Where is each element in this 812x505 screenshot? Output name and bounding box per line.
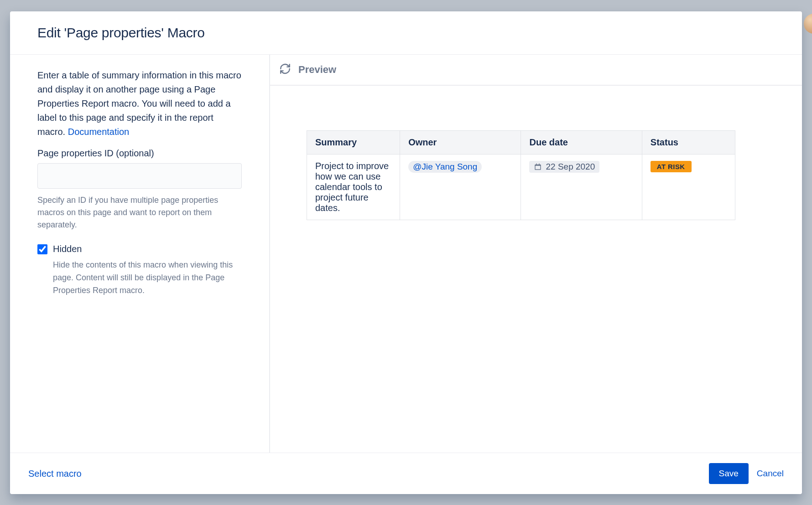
status-badge: AT RISK xyxy=(651,161,692,172)
preview-title: Preview xyxy=(298,64,336,76)
page-backdrop: Edit 'Page properties' Macro Enter a tab… xyxy=(0,0,812,505)
modal-title: Edit 'Page properties' Macro xyxy=(37,25,784,41)
select-macro-link[interactable]: Select macro xyxy=(28,469,82,479)
cell-owner: @Jie Yang Song xyxy=(400,155,521,220)
avatar xyxy=(804,14,812,34)
header-due: Due date xyxy=(521,131,642,155)
macro-description: Enter a table of summary information in … xyxy=(37,68,242,139)
svg-rect-3 xyxy=(539,164,540,165)
cell-status: AT RISK xyxy=(642,155,735,220)
preview-table: Summary Owner Due date Status Project to… xyxy=(307,130,735,220)
config-panel: Enter a table of summary information in … xyxy=(10,55,270,453)
preview-panel: Preview Summary Owner Due date Status xyxy=(270,55,802,453)
modal-body: Enter a table of summary information in … xyxy=(10,54,802,453)
header-status: Status xyxy=(642,131,735,155)
table-header-row: Summary Owner Due date Status xyxy=(307,131,735,155)
svg-rect-1 xyxy=(536,166,541,170)
preview-body: Summary Owner Due date Status Project to… xyxy=(270,86,802,453)
documentation-link[interactable]: Documentation xyxy=(68,127,130,137)
save-button[interactable]: Save xyxy=(709,463,749,484)
hidden-checkbox-row: Hidden xyxy=(37,244,242,254)
page-properties-id-input[interactable] xyxy=(37,163,242,189)
header-summary: Summary xyxy=(307,131,400,155)
cell-summary: Project to improve how we can use calend… xyxy=(307,155,400,220)
refresh-icon[interactable] xyxy=(279,63,291,77)
page-properties-id-help: Specify an ID if you have multiple page … xyxy=(37,194,242,231)
preview-header: Preview xyxy=(270,55,802,86)
hidden-help: Hide the contents of this macro when vie… xyxy=(53,259,242,297)
cell-due: 22 Sep 2020 xyxy=(521,155,642,220)
table-row: Project to improve how we can use calend… xyxy=(307,155,735,220)
modal-footer: Select macro Save Cancel xyxy=(10,453,802,494)
macro-edit-modal: Edit 'Page properties' Macro Enter a tab… xyxy=(10,11,802,494)
header-owner: Owner xyxy=(400,131,521,155)
calendar-icon xyxy=(534,163,542,171)
due-date-lozenge: 22 Sep 2020 xyxy=(529,161,599,173)
due-date-text: 22 Sep 2020 xyxy=(546,162,595,172)
page-properties-id-label: Page properties ID (optional) xyxy=(37,148,242,159)
owner-mention[interactable]: @Jie Yang Song xyxy=(408,161,482,173)
svg-rect-2 xyxy=(536,164,537,165)
modal-header: Edit 'Page properties' Macro xyxy=(10,11,802,54)
cancel-button[interactable]: Cancel xyxy=(757,469,784,479)
hidden-checkbox[interactable] xyxy=(37,244,47,254)
hidden-label: Hidden xyxy=(53,244,82,254)
